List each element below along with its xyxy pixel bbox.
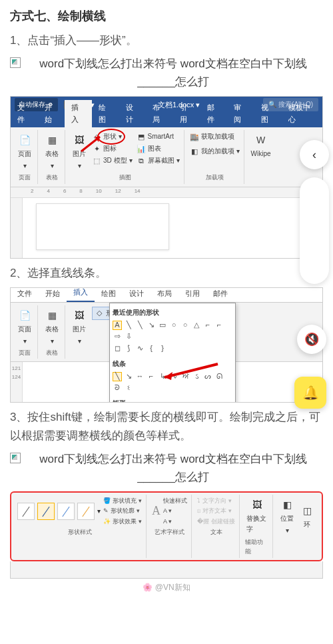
wordart-fill[interactable]: A ▾ — [163, 506, 187, 515]
dd-lines-row: ╲↘↔⌐↳∿ਐઽᔕᘏᘐଽ — [113, 371, 232, 394]
tab2-references[interactable]: 引用 — [178, 287, 206, 302]
tab2-file[interactable]: 文件 — [11, 287, 39, 302]
smartart-button[interactable]: ⬒SmartArt — [137, 131, 180, 142]
vertical-ruler — [11, 198, 23, 258]
table-button-2[interactable]: ▦表格▾ — [43, 307, 61, 348]
line-curve2[interactable]: ਐ — [180, 372, 190, 381]
picture-button-2[interactable]: 🖼图片▾ — [71, 307, 88, 348]
tab-layout[interactable]: 布局 — [146, 100, 173, 127]
fmt-group-text: ⤵ 文字方向 ▾ ⎅ 对齐文本 ▾ �握 创建链接 文本 — [193, 495, 240, 558]
tab-mailings[interactable]: 邮件 — [200, 100, 228, 127]
tab2-draw[interactable]: 绘图 — [95, 287, 123, 302]
fmt-group-style: ▾ 🪣 形状填充 ▾ ✎ 形状轮廓 ▾ ✨ 形状效果 ▾ 形状样式 — [13, 495, 147, 558]
get-addins-button[interactable]: 🏬获取加载项 — [190, 131, 240, 142]
quick-style-button[interactable]: 快速样式 — [163, 496, 187, 505]
icons-button[interactable]: ✦图标 — [92, 143, 133, 154]
tab-review[interactable]: 审阅 — [227, 100, 254, 127]
page-button-2[interactable]: 📄页面▾ — [16, 307, 33, 348]
broken-image-alt-2: word下划线怎么打出来符号 word文档在空白中下划线______怎么打 — [10, 450, 323, 486]
3dmodel-button[interactable]: ⬚3D 模型 ▾ — [92, 155, 133, 166]
doc-below-format — [10, 561, 323, 579]
page-button[interactable]: 📄页面▾ — [16, 131, 33, 173]
my-addins-button[interactable]: ◧我的加载项 ▾ — [190, 146, 240, 157]
alt-text-button[interactable]: 🖼替换文字 — [245, 496, 268, 536]
line-arrow[interactable]: ↘ — [124, 372, 133, 381]
shape-oval2[interactable]: ○ — [180, 321, 190, 330]
mute-button[interactable]: 🔇 — [297, 325, 326, 354]
shape-elbow2[interactable]: ⌐ — [214, 321, 224, 330]
back-button[interactable]: ‹ — [300, 140, 329, 169]
line-scribble[interactable]: ଽ — [124, 383, 133, 393]
wrap-button[interactable]: ◫环 — [298, 502, 316, 531]
shape-outline-button[interactable]: ✎ 形状轮廓 ▾ — [103, 506, 142, 515]
line-double[interactable]: ↔ — [135, 372, 145, 381]
tab-references[interactable]: 引用 — [173, 100, 200, 127]
shape-connector[interactable]: ↘ — [147, 321, 156, 330]
tab2-layout[interactable]: 布局 — [151, 287, 178, 302]
position-button[interactable]: ◧位置▾ — [278, 496, 296, 537]
wikipedia-button[interactable]: WWikipe — [250, 131, 272, 161]
tab-draw[interactable]: 绘图 — [92, 100, 119, 127]
tab2-home[interactable]: 开始 — [39, 287, 67, 302]
shape-tri[interactable]: △ — [192, 321, 201, 330]
shape-line[interactable]: ╲ — [124, 321, 133, 330]
shape-textbox[interactable]: A — [113, 321, 122, 330]
line-free2[interactable]: ᘏ — [214, 372, 224, 381]
chart-button[interactable]: 📊图表 — [137, 143, 180, 154]
line-free3[interactable]: ᘐ — [113, 383, 122, 393]
shape-arrow2[interactable]: ⇩ — [124, 332, 133, 341]
wikipedia-icon: W — [254, 133, 268, 147]
shape-rect[interactable]: ▭ — [158, 321, 167, 330]
picture-button[interactable]: 🖼图片▾ — [71, 131, 88, 173]
fmt-group-wordart: A 快速样式 A ▾ A ▾ 艺术字样式 — [148, 495, 192, 558]
chevron-left-icon: ‹ — [312, 145, 316, 165]
wrap-icon: ◫ — [300, 503, 314, 518]
word-screenshot-1: 自动保存 ⭘ 💾 ↶ ↷ ▾ 文档1.docx ▾ 🔍 搜索(Alt+Q) 文件… — [10, 96, 323, 258]
position-icon: ◧ — [280, 497, 294, 512]
tab-view[interactable]: 视图 — [254, 100, 282, 127]
wordart-A-icon: A — [152, 501, 161, 521]
screenshot-button[interactable]: ⧉屏幕截图 ▾ — [137, 155, 180, 166]
shape-effects-button[interactable]: ✨ 形状效果 ▾ — [103, 517, 142, 526]
alt-text-2: word下划线怎么打出来符号 word文档在空白中下划线______怎么打 — [23, 450, 323, 486]
style-more[interactable]: ▾ — [97, 506, 101, 517]
shape-line2[interactable]: ╲ — [135, 321, 145, 330]
floating-pill[interactable] — [300, 177, 329, 284]
tab2-design[interactable]: 设计 — [123, 287, 151, 302]
group2-table: ▦表格▾ 表格 — [39, 305, 65, 359]
line-curve3[interactable]: ઽ — [192, 372, 201, 381]
tab-file[interactable]: 文件 — [11, 100, 38, 127]
shape-brace-l[interactable]: { — [147, 344, 156, 353]
shapes-button[interactable]: ◇形状 ▾ — [92, 131, 133, 142]
shape-fill-button[interactable]: 🪣 形状填充 ▾ — [103, 496, 142, 505]
tab-home[interactable]: 开始 — [38, 100, 65, 127]
line-straight[interactable]: ╲ — [113, 372, 122, 381]
line-style-3[interactable] — [57, 503, 75, 520]
tab-design[interactable]: 设计 — [119, 100, 147, 127]
tab2-mailings[interactable]: 邮件 — [206, 287, 234, 302]
shape-elbow[interactable]: ⌐ — [203, 321, 212, 330]
line-free1[interactable]: ᔕ — [203, 372, 212, 381]
shape-curly[interactable]: ⟆ — [124, 344, 133, 353]
shape-flow1[interactable]: ◻ — [113, 344, 122, 353]
shape-arrow[interactable]: ⇨ — [113, 332, 122, 341]
tab2-insert[interactable]: 插入 — [67, 287, 95, 302]
line-style-4[interactable] — [77, 503, 95, 520]
shape-oval[interactable]: ○ — [169, 321, 178, 330]
wordart-outline[interactable]: A ▾ — [163, 517, 187, 526]
store-icon: 🏬 — [190, 132, 199, 141]
table-icon: ▦ — [45, 308, 59, 323]
shapes-icon: ◇ — [92, 132, 101, 141]
tab-templates[interactable]: 模板中心 — [282, 100, 322, 127]
shape-curve[interactable]: ∿ — [135, 344, 145, 353]
line-elbow[interactable]: ⌐ — [147, 372, 156, 381]
shape-brace-r[interactable]: } — [158, 344, 167, 353]
line-style-2[interactable] — [37, 503, 55, 520]
table-button[interactable]: ▦表格▾ — [43, 131, 61, 173]
document-page[interactable] — [36, 203, 169, 250]
notification-button[interactable]: 🔔 — [294, 377, 326, 409]
line-elbow-arrow[interactable]: ↳ — [158, 372, 167, 381]
tab-insert[interactable]: 插入 — [65, 100, 92, 127]
line-style-1[interactable] — [17, 503, 35, 520]
line-curve1[interactable]: ∿ — [169, 372, 178, 381]
